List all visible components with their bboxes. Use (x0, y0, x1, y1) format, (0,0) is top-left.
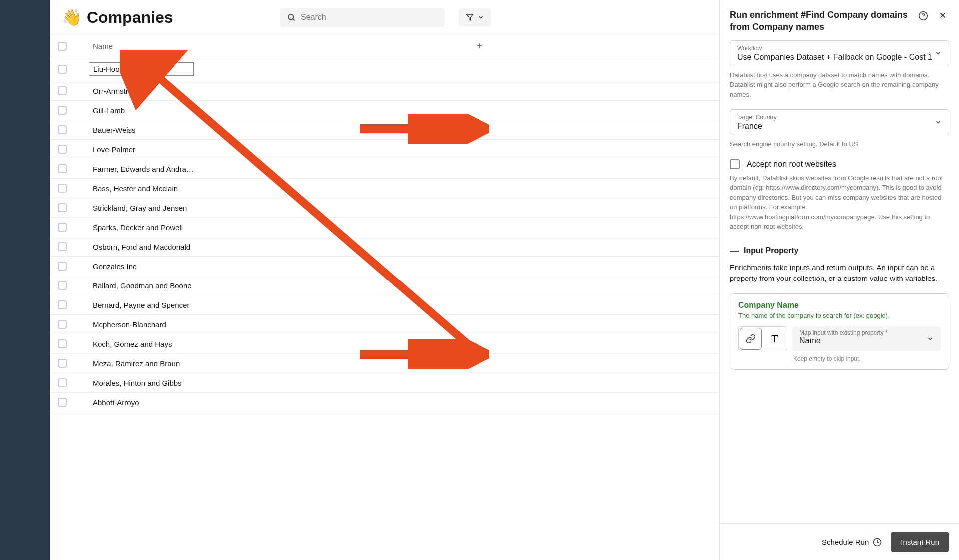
company-name-cell[interactable]: Orr-Armstrong (93, 87, 141, 95)
country-help: Search engine country setting. Default t… (730, 139, 949, 149)
table-row[interactable]: Osborn, Ford and Macdonald (50, 237, 719, 257)
company-name-cell[interactable]: Sparks, Decker and Powell (93, 223, 183, 232)
row-checkbox[interactable] (58, 203, 67, 212)
input-section-header[interactable]: — Input Property (730, 246, 949, 256)
company-name-cell[interactable]: Gill-Lamb (93, 106, 125, 115)
company-name-cell[interactable]: Morales, Hinton and Gibbs (93, 379, 182, 387)
row-checkbox[interactable] (58, 125, 67, 134)
map-property-select[interactable]: Map input with existing property * Name (792, 326, 941, 351)
add-column-button[interactable]: + (473, 40, 486, 52)
chevron-down-icon (935, 119, 942, 126)
enrichment-panel: Run enrichment #Find Company domains fro… (719, 0, 959, 560)
input-section-desc: Enrichments take inputs and return outpu… (730, 262, 949, 284)
company-name-cell[interactable]: Meza, Ramirez and Braun (93, 359, 180, 368)
row-checkbox[interactable] (58, 281, 67, 290)
company-name-cell[interactable]: Abbott-Arroyo (93, 398, 139, 407)
company-name-cell[interactable]: Farmer, Edwards and Andra… (93, 165, 194, 173)
company-name-cell[interactable]: Bauer-Weiss (93, 126, 136, 134)
row-checkbox[interactable] (58, 145, 67, 154)
column-name-header[interactable]: Name (93, 42, 465, 50)
company-name-cell[interactable]: Gonzales Inc (93, 262, 137, 271)
svg-point-0 (288, 14, 294, 20)
close-button[interactable] (936, 9, 949, 22)
table-row[interactable]: Bass, Hester and Mcclain (50, 179, 719, 198)
row-checkbox[interactable] (58, 398, 67, 407)
row-checkbox[interactable] (58, 65, 67, 74)
company-name-cell[interactable]: Liu-Hoover (89, 62, 194, 76)
company-name-cell[interactable]: Bass, Hester and Mcclain (93, 184, 178, 193)
company-name-input-box: Company Name The name of the company to … (730, 293, 949, 370)
row-checkbox[interactable] (58, 184, 67, 193)
chevron-down-icon (478, 14, 484, 21)
input-row: T Map input with existing property * Nam… (738, 326, 941, 351)
table-row[interactable]: Strickland, Gray and Jensen (50, 198, 719, 218)
nonroot-help: By default, Datablist skips websites fro… (730, 173, 949, 232)
table-row[interactable]: Abbott-Arroyo (50, 393, 719, 412)
company-name-cell[interactable]: Love-Palmer (93, 145, 135, 154)
search-input[interactable] (301, 13, 438, 22)
table-row[interactable]: Morales, Hinton and Gibbs (50, 373, 719, 393)
svg-marker-2 (466, 14, 473, 20)
row-checkbox[interactable] (58, 262, 67, 271)
help-icon (918, 11, 928, 21)
table-row[interactable]: Ballard, Goodman and Boone (50, 276, 719, 295)
row-checkbox[interactable] (58, 164, 67, 173)
filter-icon (466, 13, 474, 21)
row-checkbox[interactable] (58, 359, 67, 368)
table-row[interactable]: Farmer, Edwards and Andra… (50, 159, 719, 179)
country-label: Target Country (737, 114, 942, 121)
table-row[interactable]: Bauer-Weiss (50, 120, 719, 140)
table-row[interactable]: Bernard, Payne and Spencer (50, 295, 719, 315)
company-name-cell[interactable]: Bernard, Payne and Spencer (93, 301, 189, 309)
row-checkbox[interactable] (58, 339, 67, 348)
nonroot-checkbox[interactable] (730, 159, 740, 169)
row-checkbox[interactable] (58, 86, 67, 95)
table-row[interactable]: Meza, Ramirez and Braun (50, 354, 719, 373)
page-header: 👋 Companies (50, 0, 719, 35)
table-row[interactable]: Gonzales Inc (50, 257, 719, 276)
workflow-label: Workflow (737, 45, 942, 52)
table-row[interactable]: Love-Palmer (50, 140, 719, 159)
row-checkbox[interactable] (58, 320, 67, 329)
input-type-toggle: T (738, 326, 787, 351)
row-checkbox[interactable] (58, 300, 67, 309)
workflow-help: Datablist first uses a company dataset t… (730, 70, 949, 100)
nonroot-label: Accept non root websites (747, 160, 836, 169)
wave-icon: 👋 (62, 8, 82, 27)
svg-line-1 (293, 19, 294, 20)
table-row[interactable]: Orr-Armstrong (50, 81, 719, 101)
clock-icon (873, 538, 882, 547)
link-mode-button[interactable] (740, 328, 762, 350)
table-row[interactable]: Gill-Lamb (50, 101, 719, 120)
company-name-cell[interactable]: Strickland, Gray and Jensen (93, 204, 187, 212)
left-sidebar (0, 0, 50, 560)
company-name-cell[interactable]: Koch, Gomez and Hays (93, 340, 172, 348)
company-name-cell[interactable]: Ballard, Goodman and Boone (93, 281, 192, 290)
link-icon (746, 334, 756, 344)
help-button[interactable] (916, 9, 930, 23)
table-row[interactable]: Sparks, Decker and Powell (50, 218, 719, 237)
company-name-cell[interactable]: Osborn, Ford and Macdonald (93, 243, 190, 251)
row-checkbox[interactable] (58, 242, 67, 251)
row-checkbox[interactable] (58, 378, 67, 387)
table-row[interactable]: Koch, Gomez and Hays (50, 334, 719, 354)
table-row[interactable]: Mcpherson-Blanchard (50, 315, 719, 334)
table-row[interactable]: Liu-Hoover (50, 57, 719, 81)
row-checkbox[interactable] (58, 223, 67, 232)
company-name-cell[interactable]: Mcpherson-Blanchard (93, 320, 166, 329)
workflow-select[interactable]: Workflow Use Companies Dataset + Fallbac… (730, 40, 949, 66)
panel-footer: Schedule Run Instant Run (720, 523, 959, 560)
instant-run-button[interactable]: Instant Run (891, 532, 949, 552)
filter-button[interactable] (459, 8, 491, 26)
company-input-title: Company Name (738, 301, 941, 310)
nonroot-row: Accept non root websites (730, 159, 949, 169)
select-all-checkbox[interactable] (58, 42, 67, 51)
country-select[interactable]: Target Country France (730, 109, 949, 135)
schedule-run-button[interactable]: Schedule Run (822, 538, 882, 547)
search-field[interactable] (280, 8, 445, 27)
table-header: Name + (50, 35, 719, 57)
row-checkbox[interactable] (58, 106, 67, 115)
panel-header: Run enrichment #Find Company domains fro… (720, 0, 959, 40)
company-input-sub: The name of the company to search for (e… (738, 312, 941, 319)
text-mode-button[interactable]: T (763, 327, 787, 351)
